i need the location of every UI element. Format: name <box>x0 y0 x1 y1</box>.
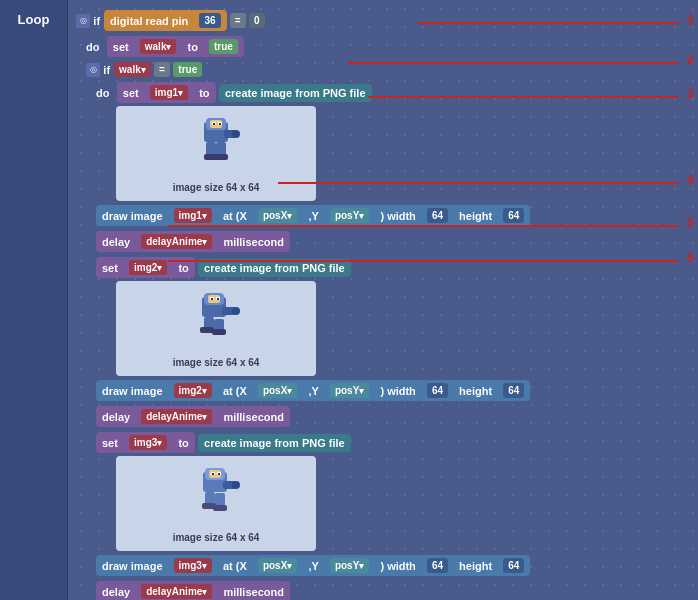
image-size-3: image size 64 x 64 <box>173 532 260 543</box>
sprite-svg-2 <box>186 289 246 353</box>
svg-rect-31 <box>212 473 214 475</box>
row-3: ◎ if walk = true <box>86 62 690 77</box>
img3-var[interactable]: img3 <box>129 435 167 450</box>
row-11-draw: draw image img3 at (X posX ,Y posY ) wid… <box>96 555 690 576</box>
sprite-image-3 <box>184 464 248 528</box>
row-4-set: do set img1 to create image from PNG fil… <box>96 82 690 103</box>
draw-img1-ref[interactable]: img1 <box>174 208 212 223</box>
posx-2[interactable]: posX <box>258 383 297 398</box>
content-area: ◎ if digital read pin 36 = 0 do set walk <box>68 0 698 600</box>
width-val-3[interactable]: 64 <box>427 558 448 573</box>
delay-anime-2[interactable]: delayAnime <box>141 409 212 424</box>
width-val-1[interactable]: 64 <box>427 208 448 223</box>
set-walk-block[interactable]: set walk to true <box>107 36 244 57</box>
svg-point-34 <box>232 481 240 489</box>
create-image-3[interactable]: create image from PNG file <box>198 434 351 452</box>
svg-rect-12 <box>214 154 228 160</box>
row-9-delay: delay delayAnime millisecond <box>96 406 690 427</box>
image-preview-2: image size 64 x 64 <box>116 281 316 376</box>
sprite-image-1 <box>184 114 248 178</box>
do-label-1: do <box>86 41 99 53</box>
delay-anime-3[interactable]: delayAnime <box>141 584 212 599</box>
svg-rect-6 <box>219 123 221 125</box>
width-val-2[interactable]: 64 <box>427 383 448 398</box>
height-val-2[interactable]: 64 <box>503 383 524 398</box>
draw-img3-ref[interactable]: img3 <box>174 558 212 573</box>
delay-block-3[interactable]: delay delayAnime millisecond <box>96 581 290 600</box>
svg-rect-18 <box>211 298 213 300</box>
row-1: ◎ if digital read pin 36 = 0 <box>76 10 690 31</box>
pin-number[interactable]: 36 <box>199 13 220 28</box>
svg-rect-25 <box>212 329 226 335</box>
svg-point-8 <box>232 130 240 138</box>
svg-rect-9 <box>206 142 216 156</box>
row-8-draw: draw image img2 at (X posX ,Y posY ) wid… <box>96 380 690 401</box>
if-label-1: if <box>93 15 100 27</box>
sprite-svg-3 <box>186 464 246 528</box>
row-10-set: set img3 to create image from PNG file <box>96 432 690 453</box>
if-label-2: if <box>103 64 110 76</box>
set-img1-block[interactable]: set img1 to <box>117 82 216 103</box>
do-label-2: do <box>96 87 109 99</box>
row-12-delay: delay delayAnime millisecond <box>96 581 690 600</box>
svg-point-21 <box>232 307 240 315</box>
digital-read-block[interactable]: digital read pin 36 <box>104 10 226 31</box>
image-size-1: image size 64 x 64 <box>173 182 260 193</box>
draw-img2-ref[interactable]: img2 <box>174 383 212 398</box>
ann-line-4 <box>278 182 678 184</box>
row-5-draw: draw image img1 at (X posX ,Y posY ) wid… <box>96 205 690 226</box>
delay-block-1[interactable]: delay delayAnime millisecond <box>96 231 290 252</box>
row-2: do set walk to true <box>86 36 690 57</box>
svg-rect-36 <box>215 493 225 506</box>
height-val-1[interactable]: 64 <box>503 208 524 223</box>
set-img3-block[interactable]: set img3 to <box>96 432 195 453</box>
sprite-svg-1 <box>186 114 246 178</box>
img1-var[interactable]: img1 <box>150 85 188 100</box>
ann-num-4: 4 <box>687 172 694 187</box>
svg-rect-19 <box>217 298 219 300</box>
posy-2[interactable]: posY <box>330 383 369 398</box>
sprite-image-2 <box>184 289 248 353</box>
posx-1[interactable]: posX <box>258 208 297 223</box>
image-preview-1: image size 64 x 64 <box>116 106 316 201</box>
row-7-set: set img2 to create image from PNG file <box>96 257 690 278</box>
loop-connector-1: ◎ <box>76 14 90 28</box>
true-val-2[interactable]: true <box>173 62 202 77</box>
create-image-2[interactable]: create image from PNG file <box>198 259 351 277</box>
set-img2-block[interactable]: set img2 to <box>96 257 195 278</box>
posy-3[interactable]: posY <box>330 558 369 573</box>
svg-rect-32 <box>218 473 220 475</box>
height-val-3[interactable]: 64 <box>503 558 524 573</box>
sidebar-label: Loop <box>18 12 50 27</box>
svg-rect-38 <box>213 505 227 511</box>
walk-var-2[interactable]: walk <box>114 62 151 77</box>
svg-rect-5 <box>213 123 215 125</box>
val-0[interactable]: 0 <box>249 13 265 28</box>
eq-op-1[interactable]: = <box>230 13 246 28</box>
walk-var-1[interactable]: walk <box>140 39 177 54</box>
main-container: Loop ◎ if digital read pin 36 = 0 do set <box>0 0 698 600</box>
create-image-1[interactable]: create image from PNG file <box>219 84 372 102</box>
svg-rect-24 <box>200 327 214 333</box>
svg-rect-10 <box>216 142 226 156</box>
draw-image-2[interactable]: draw image img2 at (X posX ,Y posY ) wid… <box>96 380 530 401</box>
posy-1[interactable]: posY <box>330 208 369 223</box>
loop-connector-2: ◎ <box>86 63 100 77</box>
delay-anime-1[interactable]: delayAnime <box>141 234 212 249</box>
draw-image-3[interactable]: draw image img3 at (X posX ,Y posY ) wid… <box>96 555 530 576</box>
sidebar: Loop <box>0 0 68 600</box>
eq-op-2[interactable]: = <box>154 62 170 77</box>
draw-image-1[interactable]: draw image img1 at (X posX ,Y posY ) wid… <box>96 205 530 226</box>
img2-var[interactable]: img2 <box>129 260 167 275</box>
delay-block-2[interactable]: delay delayAnime millisecond <box>96 406 290 427</box>
posx-3[interactable]: posX <box>258 558 297 573</box>
image-size-2: image size 64 x 64 <box>173 357 260 368</box>
true-val-1[interactable]: true <box>209 39 238 54</box>
image-preview-3: image size 64 x 64 <box>116 456 316 551</box>
row-6-delay: delay delayAnime millisecond <box>96 231 690 252</box>
